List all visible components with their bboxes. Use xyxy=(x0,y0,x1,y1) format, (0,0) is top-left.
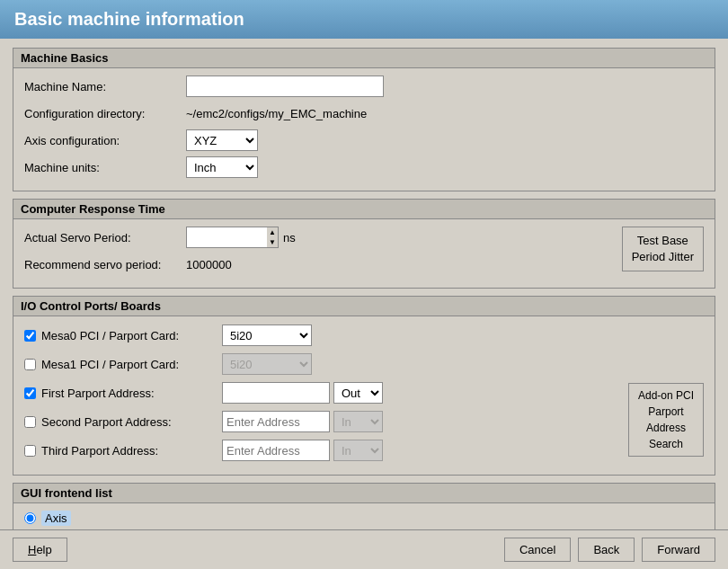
first-parport-dir-select[interactable]: Out In xyxy=(333,382,383,404)
machine-units-row: Machine units: Inch mm xyxy=(24,156,704,178)
back-button[interactable]: Back xyxy=(578,538,635,562)
third-parport-input-wrap: In Out xyxy=(222,440,383,461)
mesa0-row: Mesa0 PCI / Parport Card: 5i20 xyxy=(24,324,704,347)
mesa1-label: Mesa1 PCI / Parport Card: xyxy=(41,358,179,371)
first-parport-label-wrap: First Parport Address: xyxy=(24,387,222,400)
first-parport-checkbox[interactable] xyxy=(24,387,36,399)
servo-period-label: Actual Servo Period: xyxy=(24,231,186,244)
second-parport-label-wrap: Second Parport Address: xyxy=(24,415,222,429)
crt-section: Computer Response Time Actual Servo Peri… xyxy=(13,199,715,289)
mesa1-select[interactable]: 5i20 xyxy=(222,353,312,375)
second-parport-dir-select[interactable]: In Out xyxy=(333,411,383,432)
mesa0-select[interactable]: 5i20 xyxy=(222,325,312,346)
third-parport-label-wrap: Third Parport Address: xyxy=(24,444,222,458)
main-window: Basic machine information Machine Basics… xyxy=(0,0,728,569)
servo-period-input[interactable]: 1000000 xyxy=(186,227,267,248)
spin-up-button[interactable]: ▲ xyxy=(267,227,278,237)
third-parport-input[interactable] xyxy=(222,440,330,461)
main-content: Machine Basics Machine Name: my_EMC_mach… xyxy=(0,39,728,529)
axis-config-row: Axis configuration: XYZ XYZA XZ XYZU xyxy=(24,129,704,151)
first-parport-row: First Parport Address: 0x0278 Out In xyxy=(24,381,612,405)
gui-axis-label: Axis xyxy=(41,511,71,526)
ns-label: ns xyxy=(283,231,296,244)
gui-section: GUI frontend list Axis TKemc Mini Touchy xyxy=(13,483,715,529)
spinbox-wrap: 1000000 ▲ ▼ ns xyxy=(186,227,296,248)
machine-name-label: Machine Name: xyxy=(24,80,186,93)
first-parport-input-wrap: 0x0278 Out In xyxy=(222,382,383,404)
forward-button[interactable]: Forward xyxy=(642,538,715,562)
gui-axis-row: Axis xyxy=(24,511,704,526)
axis-config-label: Axis configuration: xyxy=(24,134,186,147)
mesa1-checkbox[interactable] xyxy=(24,359,36,370)
mesa1-label-wrap: Mesa1 PCI / Parport Card: xyxy=(24,358,222,371)
first-parport-label: First Parport Address: xyxy=(41,387,155,400)
crt-fields: Actual Servo Period: 1000000 ▲ ▼ ns xyxy=(24,227,622,280)
spin-buttons: ▲ ▼ xyxy=(267,227,279,248)
axis-config-select[interactable]: XYZ XYZA XZ XYZU xyxy=(186,129,258,151)
mesa0-checkbox[interactable] xyxy=(24,330,36,342)
spin-down-button[interactable]: ▼ xyxy=(267,237,278,247)
io-body: Mesa0 PCI / Parport Card: 5i20 Mesa1 PCI… xyxy=(13,316,715,475)
crt-inner: Actual Servo Period: 1000000 ▲ ▼ ns xyxy=(24,227,704,280)
crt-title: Computer Response Time xyxy=(13,200,715,219)
machine-name-input[interactable]: my_EMC_machine xyxy=(186,76,384,97)
mesa0-label-wrap: Mesa0 PCI / Parport Card: xyxy=(24,329,222,342)
machine-basics-section: Machine Basics Machine Name: my_EMC_mach… xyxy=(13,48,715,191)
footer-right: Cancel Back Forward xyxy=(504,538,715,562)
parport-group: First Parport Address: 0x0278 Out In xyxy=(24,381,704,467)
third-parport-dir-select[interactable]: In Out xyxy=(333,440,383,461)
second-parport-checkbox[interactable] xyxy=(24,416,36,428)
recommend-label: Recommend servo period: xyxy=(24,258,186,271)
gui-title: GUI frontend list xyxy=(13,484,715,503)
first-parport-input[interactable]: 0x0278 xyxy=(222,382,330,404)
gui-axis-radio[interactable] xyxy=(24,512,36,524)
footer-left: Help xyxy=(13,538,67,562)
servo-period-row: Actual Servo Period: 1000000 ▲ ▼ ns xyxy=(24,227,622,248)
second-parport-row: Second Parport Address: In Out xyxy=(24,410,612,433)
machine-units-select[interactable]: Inch mm xyxy=(186,156,258,178)
addon-pci-button[interactable]: Add-on PCI Parport Address Search xyxy=(628,383,704,457)
cancel-button[interactable]: Cancel xyxy=(504,538,571,562)
footer: Help Cancel Back Forward xyxy=(0,529,728,569)
second-parport-input-wrap: In Out xyxy=(222,411,383,432)
third-parport-checkbox[interactable] xyxy=(24,445,36,457)
third-parport-label: Third Parport Address: xyxy=(41,444,158,458)
third-parport-row: Third Parport Address: In Out xyxy=(24,439,612,462)
mesa1-row: Mesa1 PCI / Parport Card: 5i20 xyxy=(24,352,704,376)
config-dir-value: ~/emc2/configs/my_EMC_machine xyxy=(186,107,367,120)
second-parport-input[interactable] xyxy=(222,411,330,432)
io-title: I/O Control Ports/ Boards xyxy=(13,297,715,316)
title-bar: Basic machine information xyxy=(0,0,728,39)
mesa0-label: Mesa0 PCI / Parport Card: xyxy=(41,329,179,342)
machine-basics-body: Machine Name: my_EMC_machine Configurati… xyxy=(13,68,715,191)
addon-pci-wrap: Add-on PCI Parport Address Search xyxy=(621,381,704,457)
config-dir-row: Configuration directory: ~/emc2/configs/… xyxy=(24,102,704,124)
crt-body: Actual Servo Period: 1000000 ▲ ▼ ns xyxy=(13,219,715,288)
second-parport-label: Second Parport Address: xyxy=(41,415,172,429)
recommend-value: 1000000 xyxy=(186,258,232,271)
parport-rows: First Parport Address: 0x0278 Out In xyxy=(24,381,612,467)
test-period-jitter-button[interactable]: Test Base Period Jitter xyxy=(622,227,704,271)
window-title: Basic machine information xyxy=(14,9,244,29)
gui-body: Axis TKemc Mini Touchy xyxy=(13,503,715,529)
recommend-row: Recommend servo period: 1000000 xyxy=(24,253,622,275)
machine-units-label: Machine units: xyxy=(24,161,186,174)
machine-name-row: Machine Name: my_EMC_machine xyxy=(24,76,704,97)
machine-basics-title: Machine Basics xyxy=(13,49,715,68)
help-button[interactable]: Help xyxy=(13,538,67,562)
io-section: I/O Control Ports/ Boards Mesa0 PCI / Pa… xyxy=(13,296,715,476)
config-dir-label: Configuration directory: xyxy=(24,107,186,120)
